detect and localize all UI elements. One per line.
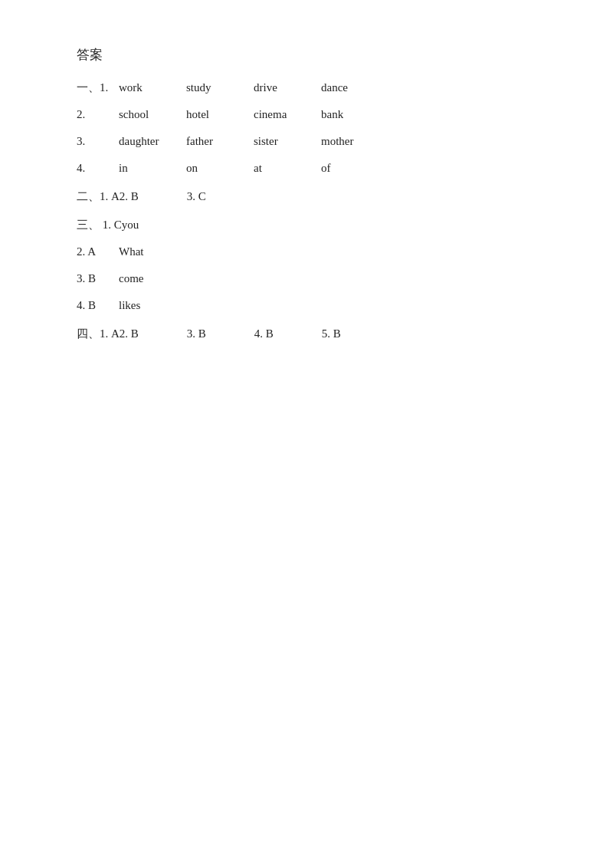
item: come bbox=[119, 268, 165, 289]
section-label-3: 三、 1. C bbox=[77, 215, 122, 235]
item: bank bbox=[321, 104, 367, 125]
item: you bbox=[122, 215, 168, 235]
item: study bbox=[186, 77, 232, 98]
row-2-1-content: 2. B 3. C bbox=[120, 186, 233, 207]
row-3-4-prefix: 4. B bbox=[77, 295, 119, 316]
item: school bbox=[119, 104, 165, 125]
section-2: 二、1. A 2. B 3. C bbox=[77, 186, 536, 207]
row-1-1: 一、1. work study drive dance bbox=[77, 77, 536, 98]
page-title: 答案 bbox=[77, 46, 536, 64]
page: 答案 一、1. work study drive dance 2. school… bbox=[0, 0, 613, 398]
row-3-2-content: What bbox=[119, 242, 165, 262]
row-3-3-content: come bbox=[119, 268, 165, 289]
item: hotel bbox=[186, 104, 232, 125]
row-1-2-prefix: 2. bbox=[77, 104, 119, 125]
item: 2. B bbox=[120, 324, 166, 344]
section-label-1: 一、1. bbox=[77, 77, 119, 98]
item: likes bbox=[119, 295, 165, 316]
section-3: 三、 1. C you 2. A What 3. B come 4. B lik… bbox=[77, 215, 536, 316]
row-4-1-content: 2. B 3. B 4. B 5. B bbox=[120, 324, 368, 344]
item: on bbox=[186, 158, 232, 179]
section-4: 四、1. A 2. B 3. B 4. B 5. B bbox=[77, 324, 536, 344]
item: cinema bbox=[254, 104, 300, 125]
row-3-3: 3. B come bbox=[77, 268, 536, 289]
row-3-1-content: you bbox=[122, 215, 168, 235]
row-1-3-content: daughter father sister mother bbox=[119, 131, 367, 152]
item: 5. B bbox=[322, 324, 368, 344]
section-label-4: 四、1. A bbox=[77, 324, 120, 344]
item: 4. B bbox=[254, 324, 300, 344]
row-3-2-prefix: 2. A bbox=[77, 242, 119, 262]
item: What bbox=[119, 242, 165, 262]
item: daughter bbox=[119, 131, 165, 152]
row-1-2: 2. school hotel cinema bank bbox=[77, 104, 536, 125]
row-1-1-content: work study drive dance bbox=[119, 77, 367, 98]
item: father bbox=[186, 131, 232, 152]
item: dance bbox=[321, 77, 367, 98]
row-3-2: 2. A What bbox=[77, 242, 536, 262]
item: work bbox=[119, 77, 165, 98]
item: sister bbox=[254, 131, 300, 152]
row-1-4-content: in on at of bbox=[119, 158, 367, 179]
row-3-4-content: likes bbox=[119, 295, 165, 316]
item: in bbox=[119, 158, 165, 179]
row-3-4: 4. B likes bbox=[77, 295, 536, 316]
item: at bbox=[254, 158, 300, 179]
row-3-3-prefix: 3. B bbox=[77, 268, 119, 289]
row-4-1: 四、1. A 2. B 3. B 4. B 5. B bbox=[77, 324, 536, 344]
item: mother bbox=[321, 131, 367, 152]
item: of bbox=[321, 158, 367, 179]
row-1-3: 3. daughter father sister mother bbox=[77, 131, 536, 152]
section-label-2: 二、1. A bbox=[77, 186, 120, 207]
section-1: 一、1. work study drive dance 2. school ho… bbox=[77, 77, 536, 179]
item: 3. C bbox=[187, 186, 233, 207]
row-2-1: 二、1. A 2. B 3. C bbox=[77, 186, 536, 207]
row-1-4-prefix: 4. bbox=[77, 158, 119, 179]
row-1-4: 4. in on at of bbox=[77, 158, 536, 179]
item: drive bbox=[254, 77, 300, 98]
row-1-2-content: school hotel cinema bank bbox=[119, 104, 367, 125]
row-1-3-prefix: 3. bbox=[77, 131, 119, 152]
item: 2. B bbox=[120, 186, 166, 207]
row-3-1: 三、 1. C you bbox=[77, 215, 536, 235]
item: 3. B bbox=[187, 324, 233, 344]
